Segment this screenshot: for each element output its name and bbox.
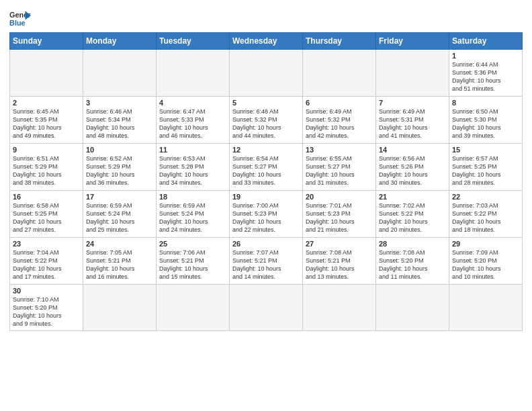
- calendar-cell: [157, 285, 230, 331]
- day-number: 1: [452, 52, 519, 60]
- day-info: Sunrise: 6:44 AM Sunset: 5:36 PM Dayligh…: [452, 60, 519, 93]
- day-number: 8: [452, 99, 519, 107]
- calendar-week-6: 30Sunrise: 7:10 AM Sunset: 5:20 PM Dayli…: [10, 285, 523, 331]
- calendar-cell: 15Sunrise: 6:57 AM Sunset: 5:25 PM Dayli…: [449, 144, 523, 191]
- day-number: 16: [13, 193, 80, 201]
- day-info: Sunrise: 6:49 AM Sunset: 5:31 PM Dayligh…: [379, 107, 446, 140]
- day-info: Sunrise: 7:10 AM Sunset: 5:20 PM Dayligh…: [13, 295, 80, 328]
- day-number: 13: [306, 146, 373, 154]
- day-info: Sunrise: 7:07 AM Sunset: 5:21 PM Dayligh…: [232, 248, 300, 281]
- day-info: Sunrise: 7:01 AM Sunset: 5:23 PM Dayligh…: [306, 201, 373, 234]
- calendar-week-3: 9Sunrise: 6:51 AM Sunset: 5:29 PM Daylig…: [10, 144, 523, 191]
- day-info: Sunrise: 6:47 AM Sunset: 5:33 PM Dayligh…: [159, 107, 226, 140]
- calendar-cell: 23Sunrise: 7:04 AM Sunset: 5:22 PM Dayli…: [10, 238, 83, 285]
- day-info: Sunrise: 7:00 AM Sunset: 5:23 PM Dayligh…: [232, 201, 300, 234]
- day-info: Sunrise: 6:57 AM Sunset: 5:25 PM Dayligh…: [452, 154, 519, 187]
- calendar-cell: 26Sunrise: 7:07 AM Sunset: 5:21 PM Dayli…: [230, 238, 303, 285]
- calendar-cell: 7Sunrise: 6:49 AM Sunset: 5:31 PM Daylig…: [376, 97, 449, 144]
- day-info: Sunrise: 6:56 AM Sunset: 5:26 PM Dayligh…: [379, 154, 446, 187]
- calendar-cell: 9Sunrise: 6:51 AM Sunset: 5:29 PM Daylig…: [10, 144, 83, 191]
- calendar-week-1: 1Sunrise: 6:44 AM Sunset: 5:36 PM Daylig…: [10, 50, 523, 97]
- day-info: Sunrise: 7:05 AM Sunset: 5:21 PM Dayligh…: [86, 248, 153, 281]
- day-info: Sunrise: 6:59 AM Sunset: 5:24 PM Dayligh…: [86, 201, 153, 234]
- calendar-cell: [230, 285, 303, 331]
- day-info: Sunrise: 6:55 AM Sunset: 5:27 PM Dayligh…: [306, 154, 373, 187]
- calendar-cell: 29Sunrise: 7:09 AM Sunset: 5:20 PM Dayli…: [449, 238, 523, 285]
- day-info: Sunrise: 7:08 AM Sunset: 5:21 PM Dayligh…: [306, 248, 373, 281]
- calendar-cell: 11Sunrise: 6:53 AM Sunset: 5:28 PM Dayli…: [157, 144, 230, 191]
- svg-text:Blue: Blue: [9, 19, 26, 27]
- calendar-cell: [83, 50, 157, 97]
- day-info: Sunrise: 7:04 AM Sunset: 5:22 PM Dayligh…: [13, 248, 80, 281]
- calendar-cell: 1Sunrise: 6:44 AM Sunset: 5:36 PM Daylig…: [449, 50, 523, 97]
- calendar-cell: 16Sunrise: 6:58 AM Sunset: 5:25 PM Dayli…: [10, 191, 83, 238]
- day-number: 2: [13, 99, 80, 107]
- page: General Blue SundayMondayTuesdayWednesda…: [0, 0, 532, 338]
- day-info: Sunrise: 6:50 AM Sunset: 5:30 PM Dayligh…: [452, 107, 519, 140]
- day-number: 27: [306, 240, 373, 248]
- day-info: Sunrise: 6:45 AM Sunset: 5:35 PM Dayligh…: [13, 107, 80, 140]
- calendar-cell: 21Sunrise: 7:02 AM Sunset: 5:22 PM Dayli…: [376, 191, 449, 238]
- calendar-cell: 2Sunrise: 6:45 AM Sunset: 5:35 PM Daylig…: [10, 97, 83, 144]
- day-info: Sunrise: 7:06 AM Sunset: 5:21 PM Dayligh…: [159, 248, 226, 281]
- col-header-tuesday: Tuesday: [157, 33, 230, 50]
- calendar-table: SundayMondayTuesdayWednesdayThursdayFrid…: [9, 32, 523, 331]
- day-info: Sunrise: 7:03 AM Sunset: 5:22 PM Dayligh…: [452, 201, 519, 234]
- calendar-cell: 17Sunrise: 6:59 AM Sunset: 5:24 PM Dayli…: [83, 191, 157, 238]
- day-number: 30: [13, 287, 80, 295]
- day-number: 6: [306, 99, 373, 107]
- calendar-cell: 6Sunrise: 6:49 AM Sunset: 5:32 PM Daylig…: [303, 97, 376, 144]
- day-number: 7: [379, 99, 446, 107]
- calendar-cell: 4Sunrise: 6:47 AM Sunset: 5:33 PM Daylig…: [157, 97, 230, 144]
- calendar-cell: 22Sunrise: 7:03 AM Sunset: 5:22 PM Dayli…: [449, 191, 523, 238]
- day-info: Sunrise: 6:54 AM Sunset: 5:27 PM Dayligh…: [232, 154, 300, 187]
- calendar-week-2: 2Sunrise: 6:45 AM Sunset: 5:35 PM Daylig…: [10, 97, 523, 144]
- day-number: 28: [379, 240, 446, 248]
- day-info: Sunrise: 7:09 AM Sunset: 5:20 PM Dayligh…: [452, 248, 519, 281]
- day-number: 20: [306, 193, 373, 201]
- calendar-cell: 14Sunrise: 6:56 AM Sunset: 5:26 PM Dayli…: [376, 144, 449, 191]
- day-info: Sunrise: 6:46 AM Sunset: 5:34 PM Dayligh…: [86, 107, 153, 140]
- day-number: 21: [379, 193, 446, 201]
- day-info: Sunrise: 6:51 AM Sunset: 5:29 PM Dayligh…: [13, 154, 80, 187]
- day-number: 10: [86, 146, 153, 154]
- day-number: 24: [86, 240, 153, 248]
- day-number: 17: [86, 193, 153, 201]
- calendar-cell: 5Sunrise: 6:48 AM Sunset: 5:32 PM Daylig…: [230, 97, 303, 144]
- calendar-cell: 28Sunrise: 7:08 AM Sunset: 5:20 PM Dayli…: [376, 238, 449, 285]
- day-number: 19: [232, 193, 300, 201]
- calendar-cell: 18Sunrise: 6:59 AM Sunset: 5:24 PM Dayli…: [157, 191, 230, 238]
- day-number: 29: [452, 240, 519, 248]
- calendar-cell: [10, 50, 83, 97]
- day-info: Sunrise: 6:58 AM Sunset: 5:25 PM Dayligh…: [13, 201, 80, 234]
- col-header-thursday: Thursday: [303, 33, 376, 50]
- calendar-cell: [83, 285, 157, 331]
- day-number: 25: [159, 240, 226, 248]
- calendar-header-row: SundayMondayTuesdayWednesdayThursdayFrid…: [10, 33, 523, 50]
- calendar-cell: 25Sunrise: 7:06 AM Sunset: 5:21 PM Dayli…: [157, 238, 230, 285]
- day-info: Sunrise: 6:48 AM Sunset: 5:32 PM Dayligh…: [232, 107, 300, 140]
- day-number: 12: [232, 146, 300, 154]
- calendar-cell: [303, 50, 376, 97]
- generalblue-logo-icon: General Blue: [9, 9, 31, 28]
- calendar-cell: 20Sunrise: 7:01 AM Sunset: 5:23 PM Dayli…: [303, 191, 376, 238]
- calendar-cell: 19Sunrise: 7:00 AM Sunset: 5:23 PM Dayli…: [230, 191, 303, 238]
- calendar-cell: 13Sunrise: 6:55 AM Sunset: 5:27 PM Dayli…: [303, 144, 376, 191]
- day-info: Sunrise: 6:53 AM Sunset: 5:28 PM Dayligh…: [159, 154, 226, 187]
- calendar-cell: 12Sunrise: 6:54 AM Sunset: 5:27 PM Dayli…: [230, 144, 303, 191]
- col-header-monday: Monday: [83, 33, 157, 50]
- calendar-cell: 10Sunrise: 6:52 AM Sunset: 5:29 PM Dayli…: [83, 144, 157, 191]
- calendar-cell: [376, 50, 449, 97]
- calendar-week-4: 16Sunrise: 6:58 AM Sunset: 5:25 PM Dayli…: [10, 191, 523, 238]
- day-number: 22: [452, 193, 519, 201]
- day-number: 11: [159, 146, 226, 154]
- day-info: Sunrise: 6:52 AM Sunset: 5:29 PM Dayligh…: [86, 154, 153, 187]
- day-info: Sunrise: 6:49 AM Sunset: 5:32 PM Dayligh…: [306, 107, 373, 140]
- calendar-cell: 27Sunrise: 7:08 AM Sunset: 5:21 PM Dayli…: [303, 238, 376, 285]
- col-header-sunday: Sunday: [10, 33, 83, 50]
- day-number: 5: [232, 99, 300, 107]
- calendar-week-5: 23Sunrise: 7:04 AM Sunset: 5:22 PM Dayli…: [10, 238, 523, 285]
- calendar-cell: [303, 285, 376, 331]
- day-number: 14: [379, 146, 446, 154]
- calendar-cell: 3Sunrise: 6:46 AM Sunset: 5:34 PM Daylig…: [83, 97, 157, 144]
